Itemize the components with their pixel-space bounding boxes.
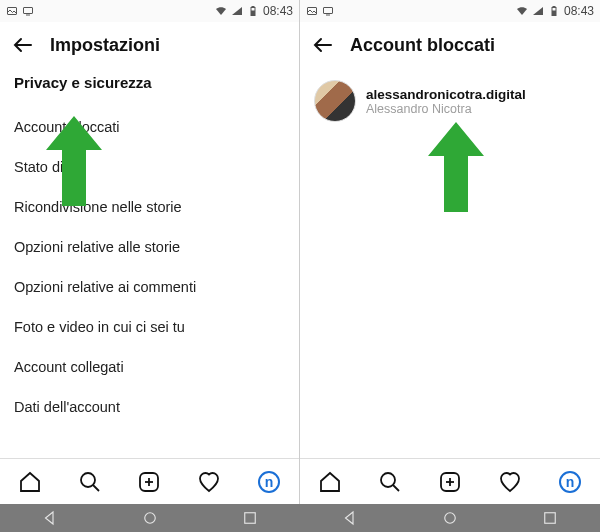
svg-point-17 [381,473,395,487]
section-header: Privacy e sicurezza [14,74,285,91]
home-icon [318,470,342,494]
svg-rect-12 [324,8,333,14]
page-title: Impostazioni [50,35,160,56]
clock: 08:43 [263,4,293,18]
bottom-nav: n [0,458,299,504]
system-nav-row [0,504,600,532]
svg-rect-25 [545,513,556,524]
nav-home[interactable] [317,469,343,495]
android-recent[interactable] [539,507,561,529]
arrow-annotation [428,122,484,212]
settings-item-story-resharing[interactable]: Ricondivisione nelle storie [14,187,285,227]
search-icon [78,470,102,494]
nav-activity[interactable] [497,469,523,495]
svg-line-18 [393,485,399,491]
nav-search[interactable] [77,469,103,495]
svg-line-7 [93,485,99,491]
android-nav-bar [300,504,600,532]
nav-profile[interactable]: n [557,469,583,495]
settings-item-activity-status[interactable]: Stato di a [14,147,285,187]
square-recent-icon [241,509,259,527]
profile-icon: n [559,471,581,493]
account-display-name: Alessandro Nicotra [366,102,526,116]
svg-rect-15 [553,7,555,8]
settings-item-account-data[interactable]: Dati dell'account [14,387,285,427]
avatar [314,80,356,122]
square-recent-icon [541,509,559,527]
signal-icon [231,5,243,17]
bottom-nav: n [300,458,600,504]
status-bar: 08:43 [0,0,299,22]
settings-item-story-options[interactable]: Opzioni relative alle storie [14,227,285,267]
search-icon [378,470,402,494]
settings-list: Account bloccati Stato di a Ricondivisio… [14,107,285,427]
android-nav-bar [0,504,300,532]
wifi-icon [516,5,528,17]
android-recent[interactable] [239,507,261,529]
circle-home-icon [141,509,159,527]
profile-icon: n [258,471,280,493]
svg-point-22 [145,513,156,524]
signal-icon [532,5,544,17]
nav-new-post[interactable] [437,469,463,495]
battery-icon [548,5,560,17]
page-title: Account bloccati [350,35,495,56]
app-bar: Account bloccati [300,22,600,68]
clock: 08:43 [564,4,594,18]
svg-point-6 [81,473,95,487]
nav-profile[interactable]: n [256,469,282,495]
image-icon [6,5,18,17]
svg-rect-5 [251,11,254,15]
plus-square-icon [137,470,161,494]
blocked-content: alessandronicotra.digital Alessandro Nic… [300,68,600,458]
account-username: alessandronicotra.digital [366,87,526,102]
screen-blocked-accounts: 08:43 Account bloccati alessandronicotra… [300,0,600,504]
settings-item-blocked-accounts[interactable]: Account bloccati [14,107,285,147]
settings-item-linked-accounts[interactable]: Account collegati [14,347,285,387]
arrow-left-icon [311,33,335,57]
triangle-back-icon [341,509,359,527]
svg-rect-1 [24,8,33,14]
cast-icon [322,5,334,17]
nav-search[interactable] [377,469,403,495]
android-home[interactable] [439,507,461,529]
app-bar: Impostazioni [0,22,299,68]
heart-icon [498,470,522,494]
cast-icon [22,5,34,17]
plus-square-icon [438,470,462,494]
svg-rect-23 [245,513,256,524]
triangle-back-icon [41,509,59,527]
android-back[interactable] [339,507,361,529]
back-button[interactable] [10,32,36,58]
nav-activity[interactable] [196,469,222,495]
svg-rect-16 [552,11,555,15]
svg-point-24 [445,513,456,524]
android-back[interactable] [39,507,61,529]
settings-item-comment-options[interactable]: Opzioni relative ai commenti [14,267,285,307]
home-icon [18,470,42,494]
settings-content: Privacy e sicurezza Account bloccati Sta… [0,68,299,458]
back-button[interactable] [310,32,336,58]
battery-icon [247,5,259,17]
blocked-account-row[interactable]: alessandronicotra.digital Alessandro Nic… [314,74,586,128]
settings-item-photos-of-you[interactable]: Foto e video in cui ci sei tu [14,307,285,347]
android-home[interactable] [139,507,161,529]
nav-new-post[interactable] [136,469,162,495]
svg-rect-4 [252,7,254,8]
status-bar: 08:43 [300,0,600,22]
nav-home[interactable] [17,469,43,495]
circle-home-icon [441,509,459,527]
image-icon [306,5,318,17]
screen-settings: 08:43 Impostazioni Privacy e sicurezza A… [0,0,300,504]
wifi-icon [215,5,227,17]
arrow-left-icon [11,33,35,57]
heart-icon [197,470,221,494]
